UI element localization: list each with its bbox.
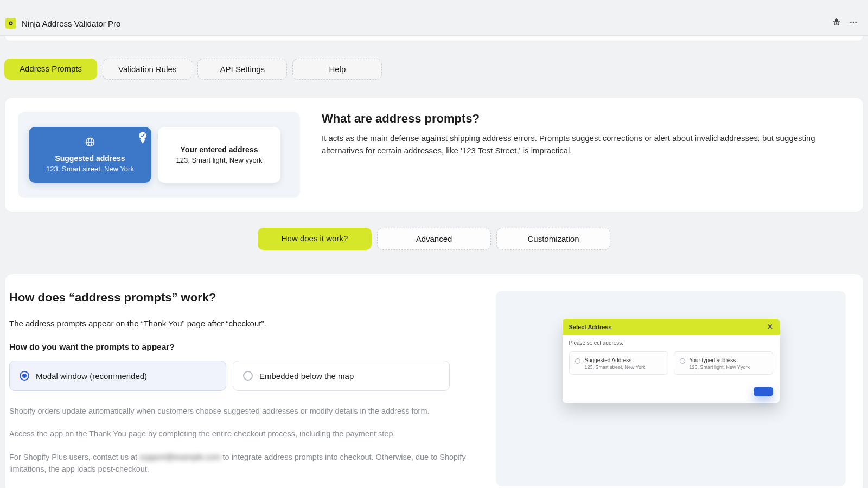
entered-address-title: Your entered address <box>181 145 258 154</box>
option-modal-label: Modal window (recommended) <box>36 371 147 381</box>
address-preview-box: Suggested address 123, Smart street, New… <box>18 112 300 198</box>
verified-check-icon <box>138 131 147 144</box>
blurred-email: support@example.com <box>139 451 220 463</box>
app-logo-icon <box>5 18 16 29</box>
intro-body: It acts as the main defense against ship… <box>322 132 850 157</box>
modal-opt2-title: Your typed address <box>690 357 750 363</box>
how-question: How do you want the prompts to appear? <box>9 342 480 352</box>
how-desc: The address prompts appear on the “Thank… <box>9 319 480 328</box>
tab-help[interactable]: Help <box>292 59 382 80</box>
entered-address-card[interactable]: Your entered address 123, Smart light, N… <box>158 127 280 183</box>
radio-icon <box>575 358 580 364</box>
entered-address-value: 123, Smart light, New yyork <box>176 156 263 164</box>
option-embedded[interactable]: Embedded below the map <box>233 361 450 391</box>
modal-opt1-title: Suggested Address <box>585 357 646 363</box>
suggested-address-card[interactable]: Suggested address 123, Smart street, New… <box>29 127 151 183</box>
svg-point-3 <box>850 22 852 23</box>
modal-option-suggested[interactable]: Suggested Address 123, Smart street, New… <box>569 351 668 375</box>
how-card: How does “address prompts” work? The add… <box>4 274 864 488</box>
radio-icon <box>243 371 253 381</box>
intro-heading: What are address prompts? <box>322 112 850 126</box>
modal-opt1-sub: 123, Smart street, New York <box>585 364 646 370</box>
modal-preview-panel: Select Address ✕ Please select address. … <box>496 291 846 486</box>
svg-point-5 <box>855 22 857 23</box>
app-title: Ninja Address Validator Pro <box>22 19 120 28</box>
more-icon[interactable] <box>848 18 858 29</box>
primary-tabs: Address Prompts Validation Rules API Set… <box>0 41 868 80</box>
modal-preview: Select Address ✕ Please select address. … <box>563 319 780 403</box>
modal-title: Select Address <box>569 324 612 330</box>
subtab-customization[interactable]: Customization <box>496 228 610 250</box>
app-header: Ninja Address Validator Pro <box>0 11 868 36</box>
modal-confirm-button[interactable] <box>754 387 773 396</box>
close-icon[interactable]: ✕ <box>767 323 773 331</box>
subtab-advanced[interactable]: Advanced <box>377 228 491 250</box>
how-heading: How does “address prompts” work? <box>9 291 480 305</box>
radio-icon <box>680 358 685 364</box>
header-card-edge <box>4 36 864 41</box>
suggested-address-value: 123, Smart street, New York <box>46 165 134 173</box>
svg-point-4 <box>853 22 854 23</box>
intro-card: Suggested address 123, Smart street, New… <box>4 97 864 213</box>
pin-icon[interactable] <box>832 18 841 29</box>
tab-validation-rules[interactable]: Validation Rules <box>103 59 192 80</box>
modal-option-typed[interactable]: Your typed address 123, Smart light, New… <box>674 351 773 375</box>
subtab-how-it-works[interactable]: How does it work? <box>258 228 372 250</box>
modal-prompt: Please select address. <box>569 340 773 346</box>
modal-opt2-sub: 123, Smart light, New Yyork <box>690 364 750 370</box>
globe-icon <box>85 137 95 150</box>
radio-icon <box>20 371 29 381</box>
option-embedded-label: Embedded below the map <box>259 371 354 381</box>
option-modal-window[interactable]: Modal window (recommended) <box>9 361 226 391</box>
tab-api-settings[interactable]: API Settings <box>197 59 287 80</box>
tab-address-prompts[interactable]: Address Prompts <box>4 59 97 80</box>
how-note-3: For Shopify Plus users, contact us at su… <box>9 451 480 476</box>
suggested-address-title: Suggested address <box>55 154 125 163</box>
how-note-2: Access the app on the Thank You page by … <box>9 428 480 440</box>
how-note-1: Shopify orders update automatically when… <box>9 405 480 417</box>
secondary-tabs: How does it work? Advanced Customization <box>0 213 868 250</box>
prompt-display-options: Modal window (recommended) Embedded belo… <box>9 361 480 391</box>
svg-point-1 <box>10 22 12 24</box>
